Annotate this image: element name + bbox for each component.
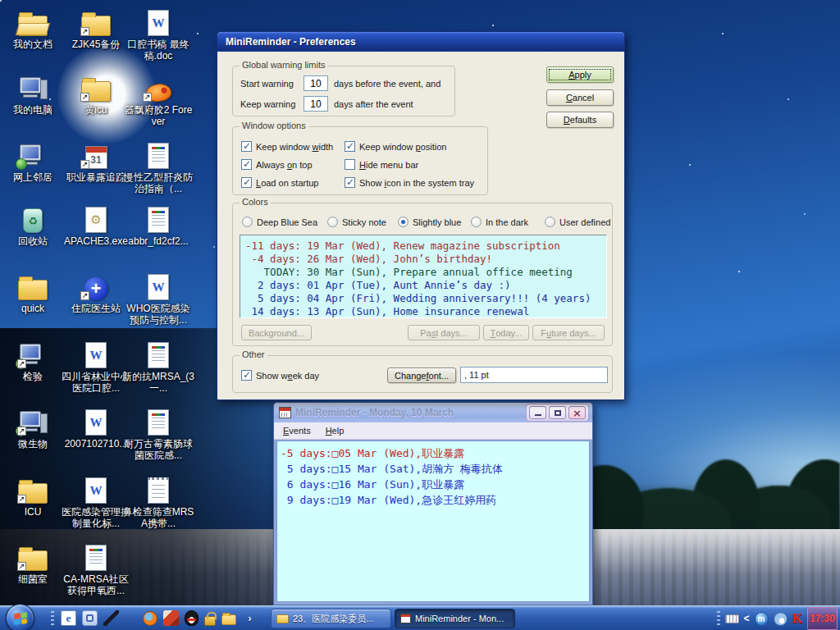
defaults-button[interactable]: Defaults [546,112,614,128]
paint-icon[interactable] [163,610,179,626]
preview-line: -4 days: 26 Mar (Wed), John’s birthday! [245,253,601,266]
desktop-icon-ca-mrsa-doc[interactable]: CA-MRSA社区获得甲氧西... [60,540,132,596]
desktop-icon-new-mrsa[interactable]: 新的抗MRSA_(3一... [122,337,194,394]
desktop-icon-network-places[interactable]: 网上邻居 [0,138,69,183]
checkbox-keep-window-position[interactable]: Keep window position [345,141,446,152]
taskbar-clock[interactable]: 17:30 [807,607,838,630]
apply-button[interactable]: Apply [546,66,614,83]
change-font-button[interactable]: Change font... [387,368,456,383]
collapse-chevron-icon[interactable]: < [744,613,750,624]
radio-sticky-note[interactable]: Sticky note [327,217,386,227]
desktop-icon-word-doc[interactable]: 口腔书稿 最终稿.doc [122,5,194,62]
radio-deep-blue-sea[interactable]: Deep Blue Sea [242,217,317,227]
executable-icon [85,207,107,233]
desktop-icon-recycle-bin[interactable]: 回收站 [0,202,69,247]
update-globe-icon[interactable] [774,612,788,626]
firefox-icon[interactable] [143,611,158,626]
maximize-button[interactable] [549,406,566,419]
future-days-button[interactable]: Future days... [532,325,605,340]
today-button[interactable]: Today... [483,325,529,340]
kingsoft-tray-icon[interactable]: K [792,611,802,626]
word-document-icon [85,409,107,436]
past-days-button[interactable]: Past days... [408,325,480,340]
start-warning-suffix: days before the event, and [334,79,441,89]
checkbox-icon [345,177,355,188]
checkbox-keep-window-width[interactable]: Keep window width [241,141,333,152]
desktop-icon-who-doc[interactable]: WHO医院感染预防与控制... [122,269,194,326]
lock-icon[interactable] [204,616,216,626]
desktop-icon-zjk45-backup[interactable]: ↗ZJK45备份 [60,5,132,50]
taskbar-button-folder[interactable]: 23、医院感染委员... [271,609,391,628]
event-list[interactable]: -5 days:□05 Mar (Wed),职业暴露 5 days:□15 Ma… [276,441,590,602]
minimize-button[interactable] [529,406,546,419]
qq-messenger-icon[interactable] [185,610,199,626]
text-document-icon [148,143,169,169]
shortcut-arrow-icon: ↗ [17,359,26,368]
msn-icon[interactable] [124,611,138,625]
radio-user-defined[interactable]: User defined [545,217,610,227]
desktop-icon-nasal-screen-doc[interactable]: 鼻检查筛查MRSA携带... [122,472,194,529]
start-button[interactable] [6,604,34,630]
cancel-button[interactable]: Cancel [546,89,614,106]
checkbox-hide-menu-bar[interactable]: Hide menu bar [345,159,418,170]
desktop-icon-my-documents[interactable]: 我的文档 [0,5,69,50]
desktop-icon-icu[interactable]: ↗ICU [0,472,69,518]
start-warning-input[interactable] [304,75,328,91]
word-document-icon [148,274,169,300]
preview-line: 14 days: 13 Apr (Sun), Home insurance re… [245,305,601,318]
ie-launch-icon[interactable]: e [61,610,76,626]
desktop-icon-exposure-tracker[interactable]: ↗职业暴露追踪 [60,138,132,183]
radio-slightly-blue[interactable]: Slightly blue [398,217,461,227]
desktop-icon-quick[interactable]: quick [0,269,69,314]
radio-icon [471,217,482,227]
main-window-titlebar[interactable]: MiniReminder - Monday, 10 March × [274,403,592,422]
keep-warning-input[interactable] [304,96,328,112]
pen-tool-icon[interactable] [103,610,119,626]
quick-launch-expand-icon[interactable]: › [242,610,258,626]
desktop-icon-abbr-file[interactable]: abbr_fd2cf2... [122,202,194,247]
group-legend: Global warning limits [240,60,327,70]
checkbox-show-tray-icon[interactable]: Show icon in the system tray [345,177,474,188]
menu-help[interactable]: Help [320,424,350,437]
close-button[interactable]: × [568,406,586,419]
desktop-icon-forever-app[interactable]: ↗器飘府胶2 Forever [122,71,194,127]
desktop-icon-lab-check[interactable]: ↗检验 [0,337,69,382]
maxthon-tray-icon[interactable]: m [755,612,769,626]
font-value-field[interactable] [460,367,608,383]
notepad-document-icon [148,477,169,504]
folder-launch-icon[interactable] [221,614,236,625]
desktop-icon-vre-doc[interactable]: 耐万古霉素肠球菌医院感... [122,404,194,461]
desktop-icon-doctor-station[interactable]: ↗住院医生站 [60,269,132,314]
checkbox-always-on-top[interactable]: Always on top [241,159,313,170]
show-desktop-icon[interactable] [82,610,98,626]
radio-in-the-dark[interactable]: In the dark [471,217,528,227]
desktop-icon-infection-mgmt-doc[interactable]: 医院感染管理控制量化标... [60,472,132,529]
keyboard-ime-icon[interactable] [725,614,739,623]
desktop-icon-microbiology[interactable]: ↗微生物 [0,404,69,450]
checkbox-load-on-startup[interactable]: Load on startup [241,177,318,188]
checkbox-show-week-day[interactable]: Show week day [241,370,319,381]
group-legend: Colors [240,197,271,207]
desktop-icon-huang-icu[interactable]: ↗黄icu [60,71,132,116]
desktop-icon-2007-doc[interactable]: 2007102710... [60,404,132,450]
network-icon [18,144,48,169]
wallpaper-stars [0,0,2,2]
taskbar-separator [51,611,54,626]
desktop-icon-apache3[interactable]: APACHE3.exe [60,202,132,247]
desktop-icon-my-computer[interactable]: 我的电脑 [0,71,69,116]
menu-events[interactable]: Events [277,424,317,437]
word-document-icon [85,477,107,504]
preferences-titlebar[interactable]: MiniReminder - Preferences [217,32,624,52]
desktop-icon-bacteriology[interactable]: ↗细菌室 [0,540,69,585]
global-warning-limits-group: Global warning limits Start warning days… [232,66,455,116]
preview-line: 2 days: 01 Apr (Tue), Aunt Annie’s day :… [245,279,601,292]
other-group: Other Show week day Change font... [232,355,613,393]
shortcut-arrow-icon: ↗ [80,93,89,102]
preview-line: 5 days: 04 Apr (Fri), Wedding anniversar… [245,292,601,305]
background-button[interactable]: Background... [241,325,312,340]
preview-line: -11 days: 19 Mar (Wed), Renew magazine s… [245,240,601,253]
taskbar-button-minireminder[interactable]: MiniReminder - Mon... [395,609,515,628]
desktop-icon-hepatitis-guide[interactable]: 慢性乙型肝炎防治指南（... [122,138,194,194]
desktop-icon-sichuan-doc[interactable]: 四川省林业中心医院口腔... [60,337,132,394]
tray-separator [717,611,720,626]
